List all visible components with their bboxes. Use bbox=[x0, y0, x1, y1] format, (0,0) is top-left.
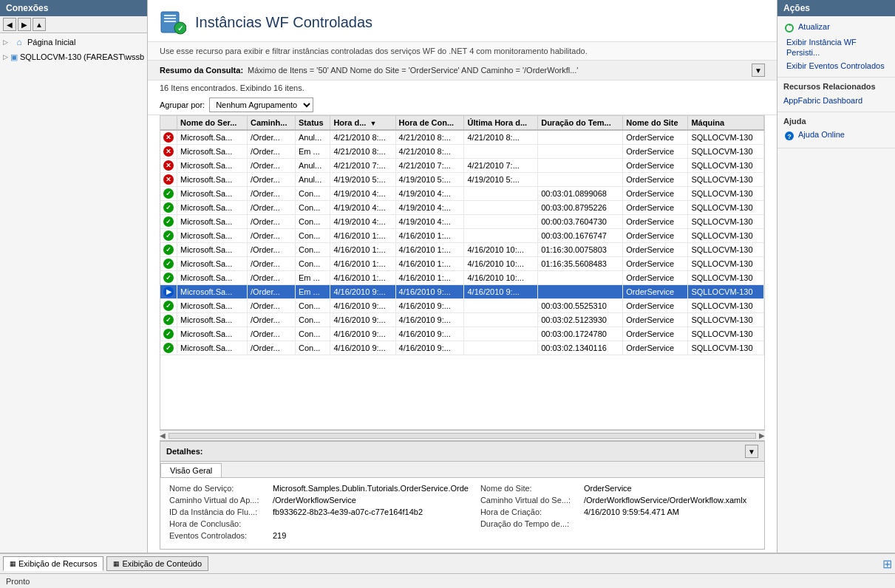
col-duracao[interactable]: Duração do Tem... bbox=[538, 116, 623, 130]
table-cell: OrderService bbox=[623, 145, 688, 159]
actions-related-section: Recursos Relacionados AppFabric Dashboar… bbox=[777, 78, 895, 112]
table-row[interactable]: ✕Microsoft.Sa.../Order...Anul...4/19/201… bbox=[160, 173, 764, 187]
status-icon: ✓ bbox=[163, 259, 174, 269]
status-icon: ✓ bbox=[163, 343, 174, 353]
details-tab-visao-geral[interactable]: Visão Geral bbox=[160, 463, 222, 477]
table-cell: Con... bbox=[296, 299, 330, 313]
table-cell: /Order... bbox=[247, 257, 295, 271]
table-row[interactable]: ✕Microsoft.Sa.../Order...Anul...4/21/201… bbox=[160, 130, 764, 145]
table-cell: SQLLOCVM-130 bbox=[688, 313, 764, 327]
table-row[interactable]: ✕Microsoft.Sa.../Order...Em ...4/21/2010… bbox=[160, 145, 764, 159]
table-cell: 01:16:35.5608483 bbox=[538, 257, 623, 271]
table-cell: 4/19/2010 4:... bbox=[395, 201, 464, 215]
status-icon: ✕ bbox=[163, 132, 174, 143]
col-ultima-hora[interactable]: Última Hora d... bbox=[464, 116, 538, 130]
hscroll-bar[interactable]: ◀ ▶ bbox=[160, 430, 765, 440]
groupby-select[interactable]: Nenhum Agrupamento bbox=[209, 98, 313, 112]
col-hora-d[interactable]: Hora d... ▼ bbox=[330, 116, 395, 130]
table-cell: 4/19/2010 4:... bbox=[330, 187, 395, 201]
detail-value-eventos: 219 bbox=[273, 531, 286, 540]
table-row[interactable]: ✓Microsoft.Sa.../Order...Con...4/16/2010… bbox=[160, 299, 764, 313]
svg-rect-3 bbox=[164, 21, 176, 22]
table-cell: SQLLOCVM-130 bbox=[688, 130, 764, 145]
table-row[interactable]: ✓Microsoft.Sa.../Order...Con...4/19/2010… bbox=[160, 215, 764, 229]
status-icon: ✕ bbox=[163, 160, 174, 171]
action-appfabric-dashboard[interactable]: AppFabric Dashboard bbox=[783, 94, 889, 107]
details-title: Detalhes: bbox=[166, 447, 203, 456]
svg-text:?: ? bbox=[787, 133, 792, 140]
sidebar-item-sqllocvm[interactable]: ▷ ▣ SQLLOCVM-130 (FAREAST\wssb bbox=[1, 49, 146, 64]
status-icon: ✓ bbox=[163, 230, 174, 241]
table-row[interactable]: ✓Microsoft.Sa.../Order...Con...4/19/2010… bbox=[160, 201, 764, 215]
table-cell: OrderService bbox=[623, 243, 688, 257]
sidebar-toolbar: ◀ ▶ ▲ bbox=[0, 16, 147, 33]
table-row[interactable]: ✓Microsoft.Sa.../Order...Con...4/16/2010… bbox=[160, 243, 764, 257]
count-bar: 16 Itens encontrados. Exibindo 16 itens. bbox=[148, 81, 777, 95]
sidebar-item-pagina-inicial[interactable]: ▷ ⌂ Página Inicial bbox=[1, 35, 146, 49]
svg-text:✓: ✓ bbox=[177, 24, 183, 33]
table-cell bbox=[464, 145, 538, 159]
sidebar-header: Conexões bbox=[0, 0, 147, 16]
table-cell: OrderService bbox=[623, 229, 688, 243]
table-row[interactable]: ✓Microsoft.Sa.../Order...Em ...4/16/2010… bbox=[160, 271, 764, 285]
table-row[interactable]: ✓Microsoft.Sa.../Order...Con...4/16/2010… bbox=[160, 313, 764, 327]
table-row[interactable]: ✓Microsoft.Sa.../Order...Con...4/16/2010… bbox=[160, 229, 764, 243]
table-row[interactable]: ✕Microsoft.Sa.../Order...Anul...4/21/201… bbox=[160, 159, 764, 173]
col-caminho[interactable]: Caminh... bbox=[247, 116, 295, 130]
detail-label-eventos: Eventos Controlados: bbox=[169, 531, 273, 540]
table-row[interactable]: ✓Microsoft.Sa.../Order...Con...4/16/2010… bbox=[160, 341, 764, 355]
table-cell: Microsoft.Sa... bbox=[177, 271, 248, 285]
action-atualizar[interactable]: Atualizar bbox=[783, 21, 889, 35]
row-icon-cell: ✓ bbox=[160, 187, 177, 201]
detail-label-hora-conclusao: Hora de Conclusão: bbox=[169, 519, 273, 528]
table-row[interactable]: ✓Microsoft.Sa.../Order...Con...4/16/2010… bbox=[160, 257, 764, 271]
col-maquina[interactable]: Máquina bbox=[688, 116, 764, 130]
sidebar-forward-button[interactable]: ▶ bbox=[18, 18, 31, 31]
detail-value-hora-criacao: 4/16/2010 9:59:54.471 AM bbox=[584, 507, 679, 516]
table-cell bbox=[464, 341, 538, 355]
action-ajuda-online[interactable]: ? Ajuda Online bbox=[783, 129, 889, 143]
sidebar-up-button[interactable]: ▲ bbox=[33, 18, 46, 31]
details-expand-button[interactable]: ▼ bbox=[745, 445, 758, 458]
bottom-right-icon: ⊞ bbox=[882, 557, 892, 571]
table-cell: 4/16/2010 1:... bbox=[330, 243, 395, 257]
table-row[interactable]: ✓Microsoft.Sa.../Order...Con...4/19/2010… bbox=[160, 187, 764, 201]
query-expand-button[interactable]: ▼ bbox=[752, 64, 765, 77]
table-cell: Anul... bbox=[296, 159, 330, 173]
table-cell: Microsoft.Sa... bbox=[177, 130, 248, 145]
col-status[interactable]: Status bbox=[296, 116, 330, 130]
table-cell: 4/19/2010 4:... bbox=[395, 187, 464, 201]
detail-value-nome-site: OrderService bbox=[584, 484, 632, 493]
col-hora-conclusao[interactable]: Hora de Con... bbox=[395, 116, 464, 130]
row-icon-cell: ✓ bbox=[160, 327, 177, 341]
table-cell: OrderService bbox=[623, 299, 688, 313]
tab-recursos[interactable]: ▦ Exibição de Recursos bbox=[3, 556, 103, 571]
svg-rect-1 bbox=[164, 15, 176, 16]
col-nome-servico[interactable]: Nome do Ser... bbox=[177, 116, 248, 130]
action-exibir-instancia[interactable]: Exibir Instância WF Persisti... bbox=[783, 35, 889, 59]
table-cell: 4/16/2010 9:... bbox=[330, 313, 395, 327]
table-cell bbox=[464, 299, 538, 313]
table-row[interactable]: ▶Microsoft.Sa.../Order...Em ...4/16/2010… bbox=[160, 285, 764, 299]
row-icon-cell: ✓ bbox=[160, 229, 177, 243]
table-cell: 4/16/2010 9:... bbox=[395, 313, 464, 327]
table-row[interactable]: ✓Microsoft.Sa.../Order...Con...4/16/2010… bbox=[160, 327, 764, 341]
table-cell: SQLLOCVM-130 bbox=[688, 299, 764, 313]
action-exibir-eventos-label: Exibir Eventos Controlados bbox=[786, 61, 885, 70]
table-cell: /Order... bbox=[247, 215, 295, 229]
status-icon: ✕ bbox=[163, 146, 174, 157]
table-cell: Microsoft.Sa... bbox=[177, 159, 248, 173]
row-icon-cell: ✕ bbox=[160, 173, 177, 187]
col-icon[interactable] bbox=[160, 116, 177, 130]
query-label: Resumo da Consulta: bbox=[160, 66, 243, 75]
col-nome-site[interactable]: Nome do Site bbox=[623, 116, 688, 130]
sidebar-back-button[interactable]: ◀ bbox=[3, 18, 16, 31]
refresh-icon bbox=[783, 22, 795, 34]
tab-conteudo[interactable]: ▦ Exibição de Conteúdo bbox=[106, 556, 208, 571]
action-exibir-eventos[interactable]: Exibir Eventos Controlados bbox=[783, 59, 889, 72]
table-cell: Microsoft.Sa... bbox=[177, 327, 248, 341]
table-cell: Em ... bbox=[296, 285, 330, 299]
svg-rect-2 bbox=[164, 18, 176, 19]
table-cell: /Order... bbox=[247, 341, 295, 355]
table-cell: 4/16/2010 9:... bbox=[330, 341, 395, 355]
